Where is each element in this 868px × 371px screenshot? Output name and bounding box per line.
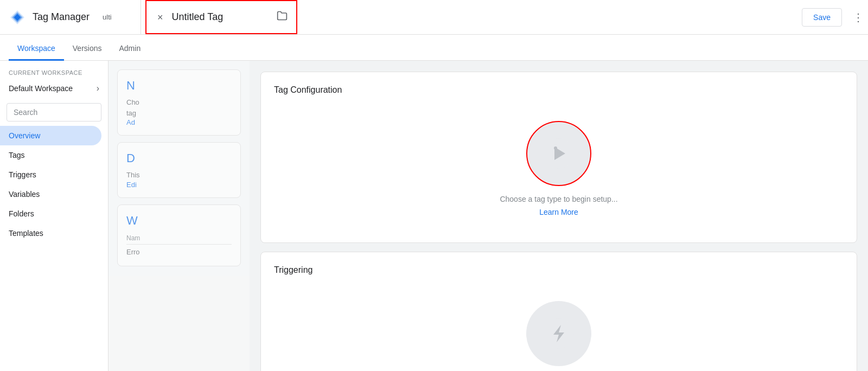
triggering-icon-area: Choose a trigger to make this tag fire..… — [274, 288, 844, 371]
account-text: ulti — [96, 13, 118, 21]
app-title: Tag Manager — [33, 11, 90, 23]
svg-point-4 — [554, 146, 557, 150]
new-tag-text: Chotag — [126, 97, 232, 118]
search-input[interactable]: Search — [7, 103, 101, 121]
new-tag-card: N Chotag Ad — [117, 69, 241, 136]
sidebar-item-variables[interactable]: Variables — [0, 184, 101, 204]
tag-type-selector[interactable] — [526, 121, 591, 186]
tag-configuration-icon-area: Choose a tag type to begin setup... Lear… — [274, 108, 844, 229]
tag-type-icon — [542, 137, 575, 170]
tag-title: Untitled Tag — [172, 11, 272, 23]
tab-versions[interactable]: Versions — [64, 37, 111, 61]
sidebar-item-overview[interactable]: Overview — [0, 126, 101, 145]
tag-configuration-title: Tag Configuration — [274, 85, 844, 95]
col1: Nam — [126, 234, 140, 242]
logo-icon — [9, 9, 26, 26]
sidebar-section-label: CURRENT WORKSPACE — [0, 65, 108, 78]
trigger-icon — [542, 317, 575, 350]
add-link[interactable]: Ad — [126, 118, 232, 126]
chevron-right-icon: › — [97, 84, 99, 93]
top-bar-left: Tag Manager ulti — [0, 0, 141, 34]
sidebar: CURRENT WORKSPACE Default Workspace › Se… — [0, 61, 108, 371]
more-options-button[interactable]: ⋮ — [848, 7, 868, 28]
table-row-error: Erro — [126, 247, 232, 258]
default-tag-card: D This Edi — [117, 142, 241, 198]
workspace-label: Default Workspace — [9, 84, 73, 93]
new-tag-title: N — [126, 79, 232, 93]
sidebar-item-triggers[interactable]: Triggers — [0, 165, 101, 184]
top-bar: Tag Manager ulti × Untitled Tag Save ⋮ — [0, 0, 868, 35]
sidebar-item-tags[interactable]: Tags — [0, 145, 101, 165]
sidebar-item-folders[interactable]: Folders — [0, 204, 101, 223]
default-tag-text: This — [126, 170, 232, 181]
content-area: N Chotag Ad D This Edi W Nam Erro Tag Co… — [108, 61, 868, 371]
trigger-selector[interactable] — [526, 301, 591, 366]
tag-panel: Tag Configuration Choose a tag type to b… — [250, 61, 868, 371]
default-tag-title: D — [126, 151, 232, 165]
workspace-card-title: W — [126, 214, 232, 228]
table-header: Nam — [126, 232, 232, 245]
triggering-card: Triggering Choose a trigger to make this… — [260, 252, 857, 371]
workspace-item[interactable]: Default Workspace › — [0, 78, 108, 99]
edit-link[interactable]: Edi — [126, 181, 232, 189]
tag-header: × Untitled Tag — [145, 0, 297, 34]
behind-panel: N Chotag Ad D This Edi W Nam Erro — [108, 61, 250, 371]
tag-configuration-prompt: Choose a tag type to begin setup... — [500, 195, 617, 203]
tab-admin[interactable]: Admin — [110, 37, 149, 61]
main-layout: CURRENT WORKSPACE Default Workspace › Se… — [0, 61, 868, 371]
nav-tabs: Workspace Versions Admin — [0, 35, 868, 61]
tag-folder-icon[interactable] — [277, 10, 288, 24]
sidebar-item-templates[interactable]: Templates — [0, 223, 101, 243]
tab-workspace[interactable]: Workspace — [9, 37, 64, 61]
tag-configuration-card: Tag Configuration Choose a tag type to b… — [260, 72, 857, 243]
workspace-card: W Nam Erro — [117, 204, 241, 267]
tag-close-button[interactable]: × — [155, 10, 165, 24]
tag-configuration-learn-more[interactable]: Learn More — [539, 208, 578, 216]
save-button[interactable]: Save — [802, 8, 842, 27]
triggering-title: Triggering — [274, 265, 844, 275]
